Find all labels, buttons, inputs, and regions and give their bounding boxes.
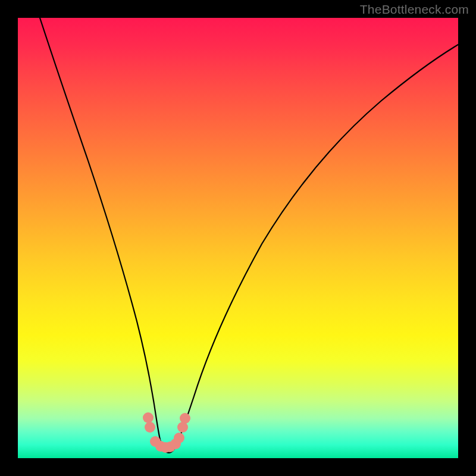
svg-point-9 xyxy=(180,413,190,424)
outer-frame: TheBottleneck.com xyxy=(0,0,476,476)
chart-svg xyxy=(18,18,458,458)
highlight-dots xyxy=(143,412,190,453)
svg-point-7 xyxy=(174,433,184,443)
svg-point-1 xyxy=(145,422,155,433)
bottleneck-curve xyxy=(40,18,458,453)
svg-point-0 xyxy=(143,412,154,423)
plot-area xyxy=(18,18,458,458)
watermark-text: TheBottleneck.com xyxy=(360,2,469,17)
